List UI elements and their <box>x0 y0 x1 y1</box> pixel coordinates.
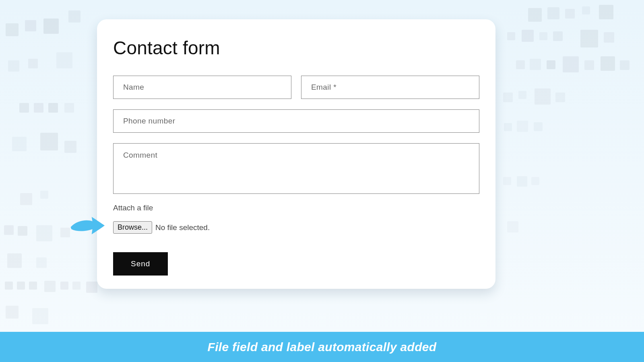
caption-banner: File field and label automatically added <box>0 332 644 362</box>
form-title: Contact form <box>113 37 479 59</box>
name-field[interactable] <box>113 76 291 99</box>
browse-button[interactable]: Browse... <box>113 221 152 234</box>
no-file-selected-text: No file selected. <box>155 223 210 232</box>
attach-file-label: Attach a file <box>113 204 479 212</box>
send-button[interactable]: Send <box>113 252 168 276</box>
caption-text: File field and label automatically added <box>208 340 437 354</box>
contact-form-card: Contact form Attach a file Browse... No … <box>97 19 495 289</box>
phone-field[interactable] <box>113 109 479 133</box>
email-field[interactable] <box>301 76 479 99</box>
comment-field[interactable] <box>113 143 479 194</box>
